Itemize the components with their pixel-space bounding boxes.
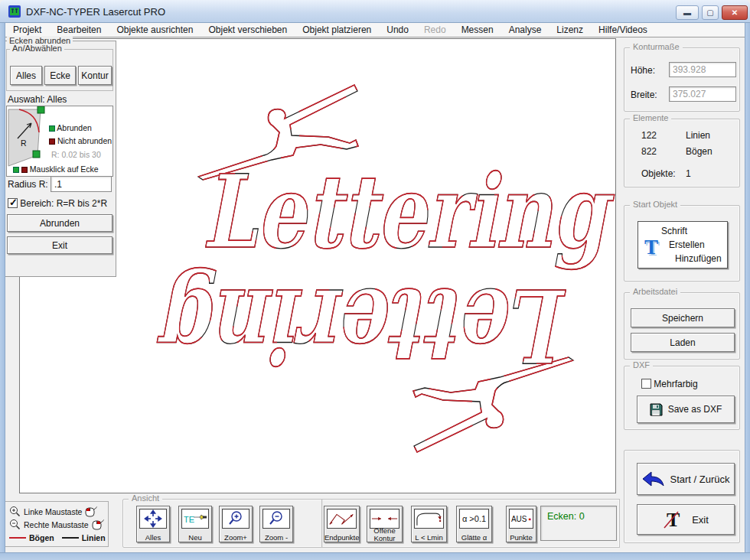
magnifier-minus-icon bbox=[9, 519, 21, 530]
r-arrow-label: R bbox=[21, 138, 27, 148]
view-zoom-out-button[interactable]: Zoom - bbox=[259, 506, 293, 542]
menu-hilfe-videos[interactable]: Hilfe/Videos bbox=[591, 23, 655, 37]
objekte-label: Objekte: bbox=[641, 168, 676, 179]
left-mouse-row: Linke Maustaste bbox=[9, 506, 97, 517]
legend-nicht-abrunden: Nicht abrunden bbox=[49, 136, 112, 145]
corner-diagram: R Abrunden Nicht abrunden R: 0.02 bis 30… bbox=[6, 106, 113, 177]
tool-label: Offene Kontur bbox=[367, 527, 402, 542]
view-button-label: Zoom - bbox=[260, 534, 292, 542]
konturmasse-group: Konturmaße Höhe: Breite: bbox=[624, 47, 740, 112]
endpoints-icon bbox=[327, 509, 357, 529]
exit-button[interactable]: T Exit bbox=[637, 504, 735, 535]
ecken-abrunden-panel: Ecken abrunden An/Abwählen Alles Ecke Ko… bbox=[2, 41, 116, 277]
floppy-disk-icon bbox=[650, 403, 663, 416]
menu-bar: Projekt Bearbeiten Objekte ausrichten Ob… bbox=[5, 23, 745, 37]
radius-range-hint: R: 0.02 bis 30 bbox=[51, 150, 101, 159]
mehrfarbig-checkbox-row[interactable]: Mehrfarbig bbox=[641, 379, 698, 389]
window-border-bottom bbox=[0, 552, 750, 560]
auswahl-label: Auswahl: Alles bbox=[8, 94, 67, 105]
green-square-icon bbox=[49, 125, 55, 132]
zoom-out-icon bbox=[262, 509, 290, 529]
save-as-dxf-button[interactable]: Save as DXF bbox=[637, 396, 735, 423]
titlebar[interactable]: DXF-NC-TYPER Lasercut PRO ▬ ▢ ✕ bbox=[0, 0, 750, 23]
tool-aus-punkte-button[interactable]: AUS▪ Punkte bbox=[506, 506, 536, 542]
group-title: Elemente bbox=[630, 113, 671, 122]
schrift-erstellen-button[interactable]: T Schrift Erstellen Hinzufügen bbox=[638, 221, 728, 269]
ecke-button[interactable]: Ecke bbox=[44, 66, 76, 85]
alles-button[interactable]: Alles bbox=[10, 66, 42, 85]
laden-button[interactable]: Laden bbox=[631, 333, 735, 352]
schrift-line2: Erstellen bbox=[669, 239, 705, 250]
view-button-label: Zoom+ bbox=[220, 534, 252, 542]
ecken-status: Ecken: 0 bbox=[547, 511, 585, 522]
pan-all-icon bbox=[139, 509, 167, 529]
abrunden-button[interactable]: Abrunden bbox=[7, 214, 112, 232]
window-border-left bbox=[0, 23, 5, 560]
close-button[interactable]: ✕ bbox=[722, 5, 748, 20]
bereich-checkbox-row[interactable]: Bereich: R=R bis 2*R bbox=[8, 198, 107, 209]
mehrfarbig-checkbox[interactable] bbox=[641, 379, 651, 389]
menu-messen[interactable]: Messen bbox=[454, 23, 501, 37]
exit-label: Exit bbox=[692, 514, 709, 526]
bereich-checkbox[interactable] bbox=[8, 198, 18, 208]
left-mouse-label: Linke Maustaste bbox=[24, 507, 82, 516]
magnifier-plus-icon bbox=[9, 506, 21, 517]
zoom-in-icon bbox=[222, 509, 249, 529]
group-title: DXF bbox=[630, 360, 653, 370]
window-title: DXF-NC-TYPER Lasercut PRO bbox=[26, 6, 165, 18]
tool-endpunkte-button[interactable]: Endpunkte bbox=[324, 506, 360, 542]
green-square-icon bbox=[13, 167, 19, 173]
mouse-left-button-icon bbox=[85, 506, 97, 517]
menu-projekt[interactable]: Projekt bbox=[5, 23, 49, 37]
menu-bearbeiten[interactable]: Bearbeiten bbox=[49, 23, 109, 37]
menu-objekt-platzieren[interactable]: Objekt platzieren bbox=[295, 23, 379, 37]
boegen-count: 822 bbox=[641, 146, 657, 157]
restore-button[interactable]: ▢ bbox=[702, 5, 719, 20]
arc-color-key bbox=[9, 537, 26, 539]
speichern-button[interactable]: Speichern bbox=[631, 308, 735, 327]
smoothness-icon: α >0.1 bbox=[459, 509, 489, 529]
boegen-label: Bögen bbox=[686, 146, 712, 157]
menu-objekt-verschieben[interactable]: Objekt verschieben bbox=[201, 23, 295, 37]
menu-analyse[interactable]: Analyse bbox=[501, 23, 549, 37]
menu-undo[interactable]: Undo bbox=[379, 23, 416, 37]
mouse-legend-box: Linke Maustaste Rechte Maustaste Bögen L… bbox=[5, 501, 109, 547]
mausklick-hint: Mausklick auf Ecke bbox=[13, 164, 99, 174]
text-tool-icon: T bbox=[644, 236, 658, 259]
schrift-line3: Hinzufügen bbox=[675, 253, 722, 264]
tool-label: Endpunkte bbox=[324, 534, 359, 542]
schrift-line1: Schrift bbox=[661, 226, 687, 236]
radius-input[interactable] bbox=[51, 176, 112, 192]
analysis-tools-frame: Endpunkte Offene Kontur L < Lmin α >0.1 … bbox=[321, 499, 620, 548]
app-icon bbox=[8, 5, 21, 18]
linien-label: Linien bbox=[686, 130, 710, 141]
actions-group: Start / Zurück T Exit bbox=[624, 450, 740, 543]
tool-glaette-button[interactable]: α >0.1 Glätte α bbox=[456, 506, 492, 542]
start-zurueck-label: Start / Zurück bbox=[670, 474, 729, 485]
an-abwaehlen-group: An/Abwählen Alles Ecke Kontur bbox=[6, 49, 113, 91]
panel-exit-button[interactable]: Exit bbox=[7, 236, 112, 254]
elemente-group: Elemente 122 Linien 822 Bögen Objekte: 1 bbox=[624, 119, 740, 187]
group-title: An/Abwählen bbox=[10, 44, 64, 53]
objekte-count: 1 bbox=[686, 168, 691, 179]
menu-objekte-ausrichten[interactable]: Objekte ausrichten bbox=[109, 23, 201, 37]
kontur-button[interactable]: Kontur bbox=[78, 66, 112, 85]
start-zurueck-button[interactable]: Start / Zurück bbox=[637, 463, 735, 495]
lines-label: Linien bbox=[82, 533, 106, 542]
view-neu-button[interactable]: TE Neu bbox=[178, 506, 212, 542]
tool-offene-kontur-button[interactable]: Offene Kontur bbox=[367, 506, 403, 542]
breite-label: Breite: bbox=[631, 90, 657, 100]
hoehe-label: Höhe: bbox=[631, 65, 655, 76]
tool-label: L < Lmin bbox=[412, 534, 446, 542]
minimize-button[interactable]: ▬ bbox=[676, 5, 699, 20]
view-alles-button[interactable]: Alles bbox=[136, 506, 170, 542]
radius-label: Radius R: bbox=[8, 179, 48, 190]
tool-l-lmin-button[interactable]: L < Lmin bbox=[411, 506, 447, 542]
start-objekt-group: Start Objekt T Schrift Erstellen Hinzufü… bbox=[624, 205, 740, 282]
menu-lizenz[interactable]: Lizenz bbox=[549, 23, 591, 37]
window-border-right bbox=[745, 23, 750, 560]
group-title: Konturmaße bbox=[630, 42, 683, 51]
arbeitsdatei-group: Arbeitsdatei Speichern Laden bbox=[624, 292, 740, 360]
view-zoom-in-button[interactable]: Zoom+ bbox=[219, 506, 253, 542]
view-button-label: Neu bbox=[179, 534, 211, 542]
